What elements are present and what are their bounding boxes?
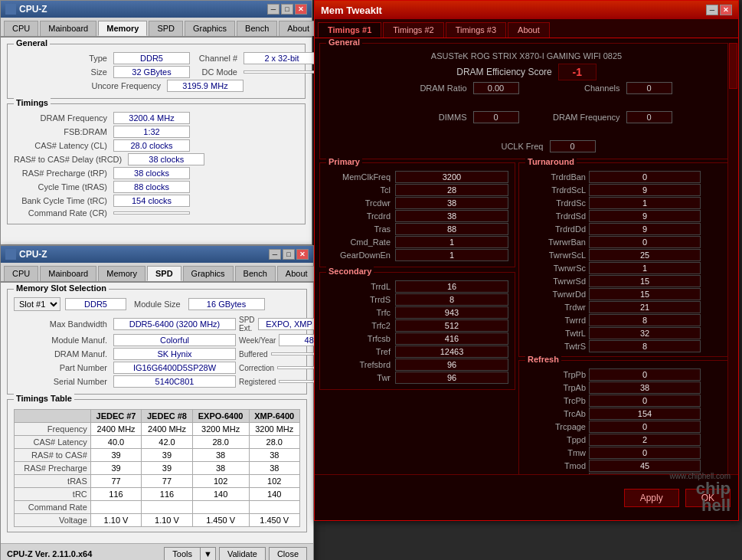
- trdrdsc-input[interactable]: [589, 197, 701, 209]
- tab-bench-2[interactable]: Bench: [235, 266, 276, 281]
- tref-input[interactable]: [395, 345, 508, 358]
- cmd-rate-mt-input[interactable]: [395, 236, 508, 248]
- tab-graphics-2[interactable]: Graphics: [183, 266, 234, 281]
- tmw-input[interactable]: [589, 447, 701, 459]
- module-manuf-row: Module Manuf. Colorful Week/Year 48 / 24: [14, 334, 300, 346]
- freq-3: 3200 MHz: [249, 423, 300, 436]
- trrdl-input[interactable]: [395, 280, 508, 293]
- tab-spd-2[interactable]: SPD: [147, 266, 181, 281]
- tab-about-2[interactable]: About: [277, 266, 316, 281]
- size-label: Size: [14, 67, 113, 77]
- tab-memory-1[interactable]: Memory: [98, 21, 147, 36]
- close-main-btn[interactable]: Close: [269, 547, 307, 560]
- memtweak-window: Mem TweakIt ─ ✕ Timings #1 Timings #2 Ti…: [314, 0, 739, 521]
- memtweak-main-content: General ASUSTeK ROG STRIX X870-I GAMING …: [315, 38, 738, 500]
- mt-close-btn[interactable]: ✕: [720, 5, 732, 15]
- twr-input[interactable]: [395, 372, 508, 384]
- tools-btn[interactable]: Tools: [165, 548, 201, 560]
- window-controls-1: ─ □ ✕: [267, 4, 307, 15]
- cas-2: 28.0: [192, 436, 249, 449]
- geardownen-input[interactable]: [395, 249, 508, 261]
- cas-row: CAS# Latency (CL) 28.0 clocks: [14, 139, 299, 152]
- table-row-voltage: Voltage 1.10 V 1.10 V 1.450 V 1.450 V: [15, 514, 300, 527]
- twrrd-input[interactable]: [589, 314, 701, 326]
- maximize-btn-1[interactable]: □: [281, 4, 293, 15]
- tab-timings1[interactable]: Timings #1: [318, 22, 381, 38]
- tab-about-1[interactable]: About: [279, 21, 318, 36]
- tab-mainboard-2[interactable]: Mainboard: [40, 266, 96, 281]
- minimize-btn-1[interactable]: ─: [267, 4, 279, 15]
- dimms-row: DIMMS 0: [381, 111, 519, 123]
- table-row-cas: CAS# Latency 40.0 42.0 28.0 28.0: [15, 436, 300, 449]
- cr-1: [142, 501, 192, 514]
- validate-btn[interactable]: Validate: [219, 547, 266, 560]
- tmod-label: Tmod: [524, 461, 589, 470]
- trapb-input[interactable]: [589, 382, 701, 394]
- freq-0: 2400 MHz: [90, 423, 141, 436]
- trdrdsd-input[interactable]: [589, 210, 701, 222]
- twrwrsd-input[interactable]: [589, 275, 701, 287]
- trppb-input[interactable]: [589, 368, 701, 381]
- twtrl-input[interactable]: [589, 327, 701, 339]
- tab-about-mt[interactable]: About: [508, 22, 550, 38]
- twrwrsc-input[interactable]: [589, 262, 701, 274]
- tppd-input[interactable]: [589, 434, 701, 446]
- close-btn-1[interactable]: ✕: [295, 4, 307, 15]
- tab-graphics-1[interactable]: Graphics: [185, 21, 235, 36]
- tab-spd-1[interactable]: SPD: [149, 21, 183, 36]
- trfc2-label: Trfc2: [326, 321, 395, 330]
- trfcsb-row: Trfcsb: [326, 332, 508, 345]
- mt-left-col: Primary MemClkFreq Tcl Trcdwr: [319, 162, 515, 500]
- trcdwr-input[interactable]: [395, 197, 508, 209]
- twtrs-input[interactable]: [589, 340, 701, 352]
- tmod-input[interactable]: [589, 460, 701, 472]
- tcl-input[interactable]: [395, 184, 508, 196]
- trfc2-input[interactable]: [395, 319, 508, 332]
- volt-1: 1.10 V: [142, 514, 192, 527]
- tab-timings3[interactable]: Timings #3: [446, 22, 506, 38]
- tab-mainboard-1[interactable]: Mainboard: [40, 21, 96, 36]
- trcdrd-input[interactable]: [395, 210, 508, 222]
- scrollbar-thumb[interactable]: [729, 43, 737, 89]
- trdrdban-input[interactable]: [589, 171, 701, 183]
- twrwrban-input[interactable]: [589, 236, 701, 248]
- trfc-input[interactable]: [395, 306, 508, 319]
- tmw-row: Tmw: [524, 447, 728, 459]
- tras-mt-input[interactable]: [395, 223, 508, 235]
- uclk-value: 0: [550, 140, 596, 152]
- trdwr-input[interactable]: [589, 301, 701, 313]
- twrrd-row: Twrrd: [524, 314, 728, 326]
- close-btn-2[interactable]: ✕: [296, 249, 309, 260]
- memclkfreq-input[interactable]: [395, 171, 508, 183]
- trcpage-input[interactable]: [589, 421, 701, 433]
- tab-cpu-1[interactable]: CPU: [4, 21, 38, 36]
- tab-cpu-2[interactable]: CPU: [4, 266, 38, 281]
- tdrdrdd-input[interactable]: [589, 223, 701, 235]
- tools-dropdown-arrow[interactable]: ▼: [201, 548, 215, 560]
- mt-general-label: General: [326, 38, 362, 47]
- tab-bench-1[interactable]: Bench: [237, 21, 277, 36]
- minimize-btn-2[interactable]: ─: [269, 249, 281, 260]
- trrds-input[interactable]: [395, 293, 508, 306]
- ras-prech-label: RAS# Precharge (tRP): [14, 169, 113, 178]
- trcpb-input[interactable]: [589, 395, 701, 407]
- trfc-label: Trfc: [326, 308, 395, 317]
- scrollbar-track[interactable]: [727, 43, 738, 474]
- cycle-label: Cycle Time (tRAS): [14, 182, 113, 192]
- tab-memory-2[interactable]: Memory: [98, 266, 145, 281]
- tab-timings2[interactable]: Timings #2: [383, 22, 443, 38]
- trdrdscl-input[interactable]: [589, 184, 701, 196]
- part-num-label: Part Number: [14, 363, 113, 372]
- general-section: General Type DDR5 Channel # 2 x 32-bit S…: [7, 44, 306, 99]
- slot-dropdown[interactable]: Slot #1: [14, 297, 60, 311]
- trfcsb-input[interactable]: [395, 332, 508, 345]
- trcab-input[interactable]: [589, 408, 701, 420]
- twrwrscl-input[interactable]: [589, 249, 701, 261]
- mt-minimize-btn[interactable]: ─: [706, 5, 718, 15]
- slot-selection-section: Memory Slot Selection Slot #1 DDR5 Modul…: [7, 289, 307, 395]
- maximize-btn-2[interactable]: □: [283, 249, 295, 260]
- trefsbrd-input[interactable]: [395, 359, 508, 371]
- twrwrdd-input[interactable]: [589, 288, 701, 300]
- table-row-trc: tRC 116 116 140 140: [15, 488, 300, 501]
- trcdrd-row: Trcdrd: [326, 210, 508, 222]
